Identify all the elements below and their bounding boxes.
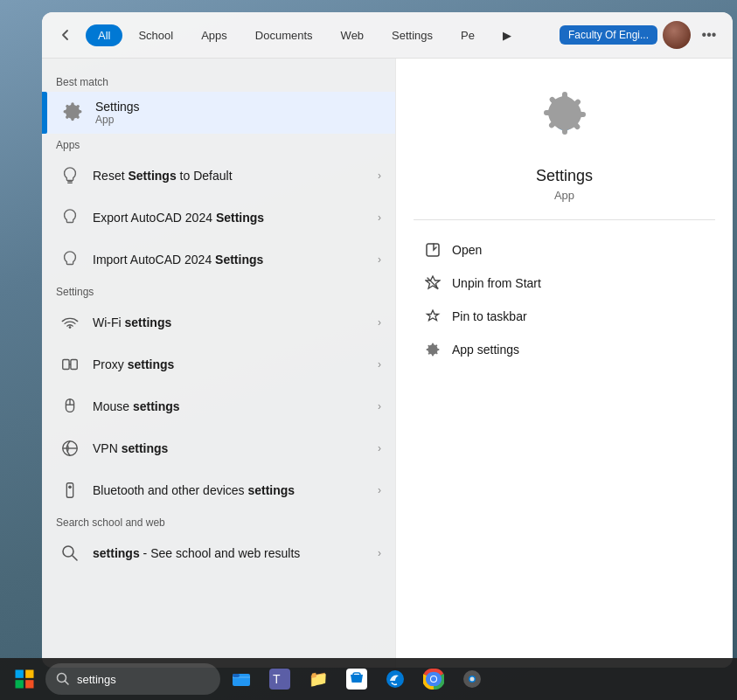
mouse-icon	[56, 392, 84, 420]
app-settings-label: App settings	[452, 343, 519, 357]
settings-result-text: Settings App	[95, 100, 381, 126]
settings-taskbar-icon	[461, 668, 483, 690]
filter-school[interactable]: School	[126, 24, 185, 46]
svg-line-25	[66, 682, 69, 685]
wrench-icon-2	[56, 204, 84, 232]
svg-text:T: T	[273, 672, 281, 686]
svg-rect-23	[25, 680, 33, 688]
proxy-icon	[56, 350, 84, 378]
settings-section-header: Settings	[42, 281, 395, 301]
main-area: Best match Settings App Apps	[42, 59, 733, 668]
app-type: App	[554, 189, 574, 202]
school-search-item[interactable]: settings - See school and web results ›	[42, 532, 395, 574]
svg-rect-21	[25, 670, 33, 678]
pin-taskbar-icon	[424, 308, 442, 325]
best-match-settings[interactable]: Settings App	[42, 92, 395, 134]
taskbar-folder[interactable]: 📁	[301, 662, 336, 697]
export-settings-item[interactable]: Export AutoCAD 2024 Settings ›	[42, 197, 395, 239]
chevron-1: ›	[378, 170, 381, 182]
avatar[interactable]	[663, 21, 691, 49]
mouse-text: Mouse settings	[93, 399, 374, 413]
search-school-header: Search school and web	[42, 511, 395, 532]
mouse-settings-item[interactable]: Mouse settings ›	[42, 385, 395, 427]
chevron-8: ›	[378, 484, 381, 496]
import-text: Import AutoCAD 2024 Settings	[93, 253, 374, 267]
chevron-4: ›	[378, 316, 381, 329]
vpn-title: VPN settings	[93, 441, 374, 455]
open-label: Open	[452, 243, 482, 257]
bluetooth-settings-item[interactable]: Bluetooth and other devices settings ›	[42, 469, 395, 511]
unpin-label: Unpin from Start	[452, 276, 541, 290]
wifi-settings-item[interactable]: Wi-Fi settings ›	[42, 301, 395, 343]
chrome-icon	[422, 668, 445, 690]
school-search-text: settings - See school and web results	[93, 546, 374, 560]
action-pin-taskbar[interactable]: Pin to taskbar	[414, 301, 715, 332]
taskbar-chrome[interactable]	[416, 662, 451, 697]
taskbar-search-input[interactable]	[77, 673, 199, 686]
export-text: Export AutoCAD 2024 Settings	[93, 211, 374, 225]
svg-rect-4	[71, 360, 77, 370]
taskbar-explorer[interactable]	[224, 662, 259, 697]
taskbar-search-icon	[56, 672, 70, 686]
taskbar-msstore[interactable]	[339, 662, 374, 697]
filter-web[interactable]: Web	[329, 24, 377, 46]
reset-settings-item[interactable]: Reset Settings to Default ›	[42, 155, 395, 197]
svg-point-12	[68, 486, 72, 489]
filter-documents[interactable]: Documents	[243, 24, 325, 46]
teams-icon: T	[268, 668, 291, 690]
bluetooth-text: Bluetooth and other devices settings	[93, 483, 374, 497]
export-title: Export AutoCAD 2024 Settings	[93, 211, 374, 225]
filter-apps[interactable]: Apps	[189, 24, 240, 46]
filter-play[interactable]: ▶	[490, 24, 524, 46]
profile-area: Faculty Of Engi... •••	[560, 21, 722, 49]
proxy-settings-item[interactable]: Proxy settings ›	[42, 343, 395, 385]
taskbar-search[interactable]	[45, 663, 220, 695]
settings-subtitle: App	[95, 114, 381, 126]
taskbar-edge[interactable]	[378, 662, 413, 697]
start-button[interactable]	[7, 662, 42, 697]
filter-settings[interactable]: Settings	[379, 24, 445, 46]
app-settings-icon	[424, 341, 442, 358]
back-button[interactable]	[52, 22, 79, 48]
action-open[interactable]: Open	[414, 234, 715, 266]
filter-pe[interactable]: Pe	[448, 24, 487, 46]
chevron-6: ›	[378, 400, 381, 412]
wifi-title: Wi-Fi settings	[93, 315, 374, 329]
app-name: Settings	[536, 167, 593, 185]
msstore-icon	[345, 668, 368, 690]
reset-text: Reset Settings to Default	[93, 169, 374, 183]
filter-all[interactable]: All	[86, 24, 122, 46]
profile-badge[interactable]: Faculty Of Engi...	[560, 25, 657, 45]
action-list: Open Unpin from Start	[414, 234, 715, 365]
wrench-icon-1	[56, 162, 84, 190]
right-panel: Settings App Open	[396, 59, 733, 668]
svg-rect-3	[63, 360, 69, 370]
open-icon	[424, 241, 442, 259]
explorer-icon	[230, 668, 253, 690]
wifi-text: Wi-Fi settings	[93, 315, 374, 329]
vpn-settings-item[interactable]: VPN settings ›	[42, 427, 395, 469]
chevron-2: ›	[378, 211, 381, 224]
svg-rect-22	[16, 680, 24, 688]
left-panel: Best match Settings App Apps	[42, 59, 396, 668]
wrench-icon-3	[56, 246, 84, 274]
svg-rect-11	[66, 483, 73, 498]
bluetooth-icon	[56, 476, 84, 504]
chevron-7: ›	[378, 442, 381, 454]
edge-icon	[384, 668, 407, 690]
reset-title: Reset Settings to Default	[93, 169, 374, 183]
svg-point-35	[431, 676, 436, 682]
import-settings-item[interactable]: Import AutoCAD 2024 Settings ›	[42, 239, 395, 281]
more-button[interactable]: •••	[696, 22, 722, 48]
settings-title: Settings	[95, 100, 381, 114]
pin-taskbar-label: Pin to taskbar	[452, 309, 527, 323]
svg-rect-20	[16, 670, 24, 678]
taskbar-teams[interactable]: T	[262, 662, 297, 697]
filter-bar: All School Apps Documents Web Settings P…	[42, 12, 733, 59]
action-app-settings[interactable]: App settings	[414, 334, 715, 365]
action-unpin[interactable]: Unpin from Start	[414, 267, 715, 299]
search-window: All School Apps Documents Web Settings P…	[42, 12, 733, 668]
mouse-title: Mouse settings	[93, 399, 374, 413]
vpn-text: VPN settings	[93, 441, 374, 455]
taskbar-settings[interactable]	[455, 662, 490, 697]
